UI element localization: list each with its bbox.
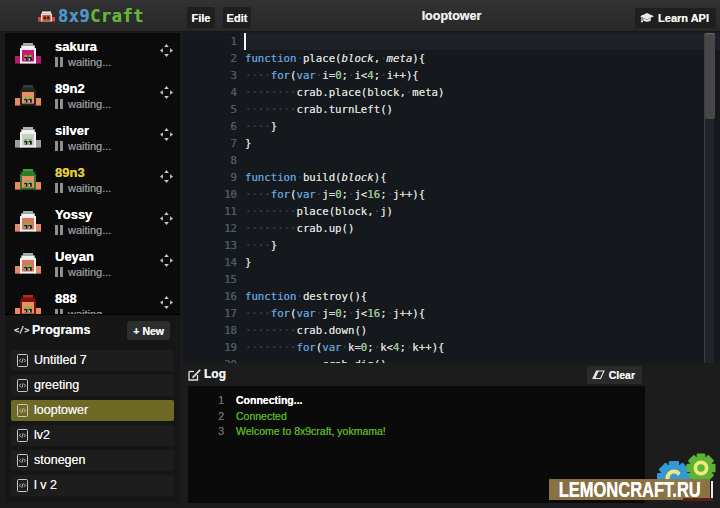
code-line[interactable]: 15 [183,271,720,288]
line-number: 8 [183,152,237,169]
line-number: 16 [183,288,237,305]
move-icon[interactable] [160,170,173,183]
program-file-icon [17,429,28,442]
line-number: 6 [183,118,237,135]
program-item[interactable]: lv2 [11,425,174,446]
move-icon[interactable] [160,296,173,309]
app-window: 8x9Craft File Edit looptower Learn API [0,0,720,508]
code-line[interactable]: 19 ········for(var·k=0;·k<4;·k++){ [183,339,720,356]
program-file-icon [17,354,28,367]
code-text: ····} [245,237,277,254]
code-line[interactable]: 1 [183,33,720,50]
code-text: ····for(var·j=0;·j<16;·j++){ [245,186,425,203]
code-text: ········place(block,·j) [245,203,393,220]
entity-row[interactable]: silver waiting... [5,120,180,162]
entity-status-text: waiting... [68,224,111,236]
move-icon[interactable] [160,86,173,99]
pause-icon [55,183,64,193]
line-number: 13 [183,237,237,254]
line-number: 3 [183,67,237,84]
code-line[interactable]: 17 ····for(var·j=0;·j<16;·j++){ [183,305,720,322]
entity-name: 888 [55,291,77,306]
code-line[interactable]: 14 } [183,254,720,271]
code-line[interactable]: 10 ····for(var·j=0;·j<16;·j++){ [183,186,720,203]
entity-status: waiting... [55,97,111,111]
code-line[interactable]: 9 function·build(block){ [183,169,720,186]
program-item[interactable]: Untitled 7 [11,350,174,371]
editor-scrollbar-thumb[interactable] [705,33,715,119]
entity-status: waiting... [55,55,111,69]
log-header: Log Clear [183,363,720,386]
code-text: ········crab.down() [245,322,367,339]
entity-row[interactable]: Ueyan waiting... [5,246,180,288]
crab-avatar-icon [15,127,41,148]
line-number: 14 [183,254,237,271]
entity-row[interactable]: Yossy waiting... [5,204,180,246]
move-icon[interactable] [160,128,173,141]
line-number: 4 [183,84,237,101]
program-file-icon [17,379,28,392]
log-line: 1 Connecting... [188,393,645,409]
code-line[interactable]: 4 ········crab.place(block,·meta) [183,84,720,101]
code-line[interactable]: 7 } [183,135,720,152]
program-item[interactable]: stonegen [11,450,174,471]
line-number: 2 [183,50,237,67]
new-program-button[interactable]: + New [127,321,170,340]
entity-row[interactable]: 888 waiting... [5,288,180,314]
line-number: 18 [183,322,237,339]
entity-row[interactable]: sakura waiting... [5,36,180,78]
code-line[interactable]: 13 ····} [183,237,720,254]
code-line[interactable]: 6 ····} [183,118,720,135]
learn-api-button[interactable]: Learn API [635,8,716,28]
code-line[interactable]: 20 ············crab.dig() [183,356,720,363]
log-content: 1 Connecting... 2 Connected 3 Welcome to… [188,386,645,503]
program-list: Untitled 7 greeting looptower lv2 [11,350,174,500]
log-panel: Log Clear 1 Connecting... 2 Connected 3 … [183,363,720,508]
program-item[interactable]: greeting [11,375,174,396]
clear-log-button[interactable]: Clear [587,366,642,384]
code-line[interactable]: 11 ········place(block,·j) [183,203,720,220]
editor-scrollbar[interactable] [704,33,714,363]
code-text: function·place(block,·meta){ [245,50,425,67]
entity-status: waiting... [55,139,111,153]
code-line[interactable]: 5 ········crab.turnLeft() [183,101,720,118]
code-line[interactable]: 3 ····for(var·i=0;·i<4;·i++){ [183,67,720,84]
program-item[interactable]: l v 2 [11,475,174,496]
program-name: looptower [34,403,88,417]
move-icon[interactable] [160,44,173,57]
entity-status-text: waiting... [68,56,111,68]
move-icon[interactable] [160,212,173,225]
code-line[interactable]: 8 [183,152,720,169]
log-line-number: 2 [188,409,224,425]
entity-name: Yossy [55,207,92,222]
entity-status: waiting... [55,223,111,237]
program-name: Untitled 7 [34,353,87,367]
line-number: 15 [183,271,237,288]
move-icon[interactable] [160,254,173,267]
line-number: 9 [183,169,237,186]
crab-avatar-icon [15,43,41,64]
code-text: ········for(var·k=0;·k<4;·k++){ [245,339,445,356]
program-name: greeting [34,378,79,392]
entity-name: 89n3 [55,165,85,180]
program-item[interactable]: looptower [11,400,174,421]
code-line[interactable]: 18 ········crab.down() [183,322,720,339]
crab-avatar-icon [15,85,41,106]
line-number: 1 [183,33,237,50]
program-name: l v 2 [34,478,57,492]
code-editor[interactable]: 1 2 function·place(block,·meta){ 3 ····f… [183,33,720,363]
code-line[interactable]: 16 function·destroy(){ [183,288,720,305]
entity-row[interactable]: 89n3 waiting... [5,162,180,204]
line-number: 12 [183,220,237,237]
entity-row[interactable]: 89n2 waiting... [5,78,180,120]
code-line[interactable]: 2 function·place(block,·meta){ [183,50,720,67]
log-line-number: 3 [188,424,224,440]
code-brackets-icon: </> [14,325,29,335]
log-pencil-icon [188,368,201,381]
program-file-icon [17,479,28,492]
log-line-text: Connecting... [236,393,303,409]
code-line[interactable]: 12 ········crab.up() [183,220,720,237]
code-text: function·build(block){ [245,169,387,186]
clear-log-label: Clear [609,369,635,381]
crab-avatar-icon [15,211,41,232]
